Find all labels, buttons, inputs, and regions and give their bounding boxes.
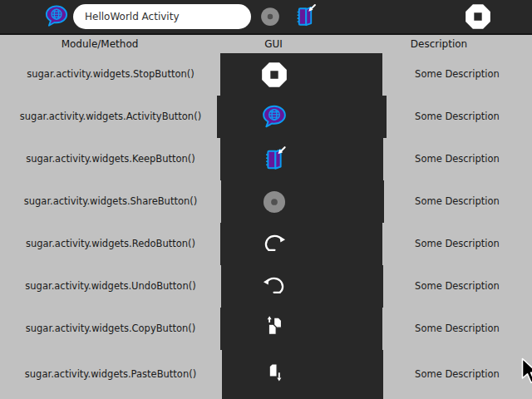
gui-cell-background: [222, 350, 383, 399]
module-method-cell: sugar.activity.widgets.ActivityButton(): [0, 111, 221, 122]
description-cell: Some Description: [382, 368, 532, 380]
stop-icon[interactable]: [259, 60, 289, 90]
gui-cell-background: [220, 308, 382, 350]
module-method-cell: sugar.activity.widgets.CopyButton(): [0, 323, 221, 334]
module-method-cell: sugar.activity.widgets.ShareButton(): [0, 195, 221, 207]
activity-icon[interactable]: [259, 102, 289, 132]
description-cell: Some Description: [382, 280, 532, 292]
description-cell: Some Description: [382, 195, 532, 207]
description-cell: Some Description: [382, 153, 532, 165]
share-icon[interactable]: [259, 187, 289, 217]
paste-icon[interactable]: [259, 360, 289, 390]
gui-cell-background: [220, 223, 382, 265]
gui-cell-background: [221, 265, 383, 308]
description-cell: Some Description: [382, 238, 532, 249]
description-cell: Some Description: [382, 68, 532, 80]
undo-icon[interactable]: [259, 272, 289, 302]
module-method-cell: sugar.activity.widgets.UndoButton(): [0, 280, 221, 292]
module-method-cell: sugar.activity.widgets.PasteButton(): [0, 368, 221, 380]
description-cell: Some Description: [382, 111, 532, 122]
module-method-cell: sugar.activity.widgets.StopButton(): [0, 68, 221, 80]
gui-cell-background: [221, 180, 384, 223]
description-cell: Some Description: [382, 323, 532, 334]
widget-table: sugar.activity.widgets.StopButton()Some …: [0, 0, 532, 399]
sugar-activity-window: { "toolbar": { "activity_title": "HelloW…: [0, 0, 532, 399]
module-method-cell: sugar.activity.widgets.RedoButton(): [0, 238, 221, 249]
gui-cell-background: [220, 53, 382, 96]
mouse-cursor: [521, 357, 532, 389]
gui-cell-background: [217, 96, 387, 138]
module-method-cell: sugar.activity.widgets.KeepButton(): [0, 153, 221, 165]
copy-icon[interactable]: [259, 314, 289, 344]
gui-cell-background: [220, 138, 383, 180]
redo-icon[interactable]: [259, 229, 289, 259]
keep-icon[interactable]: [259, 145, 289, 175]
